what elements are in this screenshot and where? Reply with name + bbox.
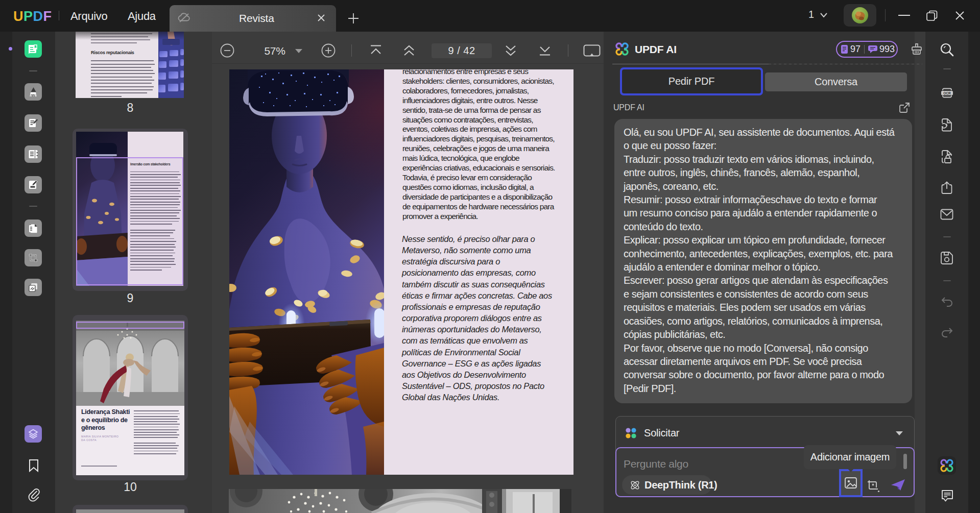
svg-text:OCR: OCR bbox=[943, 91, 951, 95]
